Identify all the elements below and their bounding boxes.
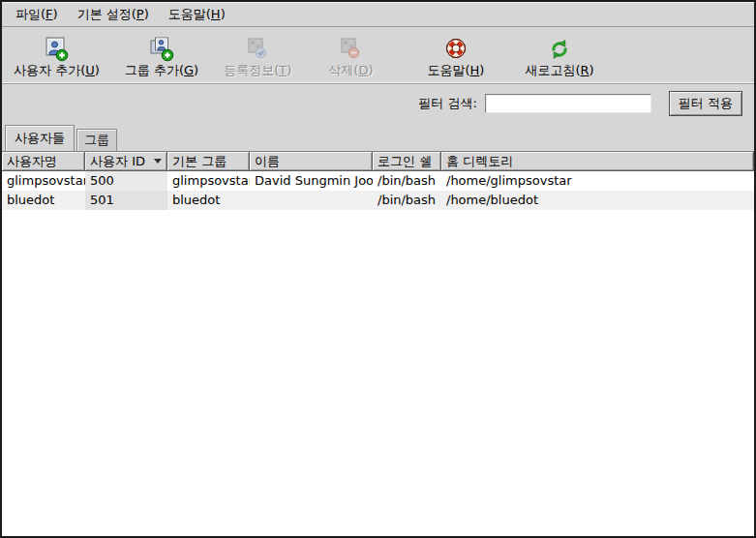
delete-button: 삭제(D) [322,35,378,80]
toolbar: 사용자 추가(U) 그룹 추가(G) [2,27,754,84]
cell-login-shell: /bin/bash [373,171,441,191]
menu-help-label: 도움말( [168,7,211,21]
filter-bar: 필터 검색: 필터 적용 [2,84,754,123]
sort-indicator-icon [154,159,162,164]
column-header-primary-group[interactable]: 기본 그룹 [167,152,250,171]
help-icon [443,36,469,62]
cell-userid: 501 [85,191,167,210]
user-manager-window: 파일(F) 기본 설정(P) 도움말(H) 사용자 추가(U) [0,0,756,538]
properties-label: 등록정보(T) [224,62,291,79]
filter-search-input[interactable] [485,94,651,113]
column-header-fullname[interactable]: 이름 [250,152,373,171]
cell-fullname: David Sungmin Joo [250,171,373,191]
cell-home-directory: /home/glimpsovstar [441,171,754,191]
table-empty-area [2,210,754,536]
apply-filter-button[interactable]: 필터 적용 [669,91,742,116]
cell-userid: 500 [85,171,167,191]
menu-preferences[interactable]: 기본 설정(P) [68,3,159,26]
menu-file-label-post: ) [53,7,58,21]
users-table: 사용자명 사용자 ID 기본 그룹 이름 로그인 쉘 홈 디렉토리 glimps… [2,151,754,536]
menu-preferences-label-post: ) [144,7,149,21]
menu-help-label-post: ) [221,7,226,21]
filter-label: 필터 검색: [418,95,477,112]
refresh-label: 새로고침(R) [525,62,593,79]
add-user-label: 사용자 추가(U) [14,62,100,79]
menu-preferences-mnemonic: P [136,7,144,21]
menu-bar: 파일(F) 기본 설정(P) 도움말(H) [2,2,754,27]
user-add-icon [44,36,69,62]
menu-help-mnemonic: H [211,7,221,21]
delete-icon [338,36,363,62]
table-row-glimpsovstar[interactable]: glimpsovstar 500 glimpsovstar David Sung… [2,171,754,191]
properties-button: 등록정보(T) [218,35,297,80]
properties-icon [245,36,270,62]
cell-primary-group: bluedot [167,191,250,210]
tab-bar: 사용자들 그룹 [2,123,754,151]
table-row-bluedot[interactable]: bluedot 501 bluedot /bin/bash /home/blue… [2,191,754,210]
add-user-button[interactable]: 사용자 추가(U) [8,35,106,80]
cell-login-shell: /bin/bash [373,191,441,210]
cell-home-directory: /home/bluedot [441,191,754,210]
menu-file-mnemonic: F [45,7,52,21]
menu-help[interactable]: 도움말(H) [159,3,235,26]
tab-groups[interactable]: 그룹 [76,129,117,151]
tab-users[interactable]: 사용자들 [5,125,75,151]
cell-fullname [250,191,373,210]
column-header-home-directory[interactable]: 홈 디렉토리 [441,152,754,171]
refresh-icon [547,36,572,62]
refresh-button[interactable]: 새로고침(R) [519,35,599,80]
cell-primary-group: glimpsovstar [167,171,250,191]
group-add-icon [149,36,174,62]
column-header-userid[interactable]: 사용자 ID [85,152,167,171]
help-label: 도움말(H) [427,62,484,79]
add-group-button[interactable]: 그룹 추가(G) [119,35,204,80]
table-header-row: 사용자명 사용자 ID 기본 그룹 이름 로그인 쉘 홈 디렉토리 [2,152,754,171]
help-button[interactable]: 도움말(H) [421,35,490,80]
column-header-login-shell[interactable]: 로그인 쉘 [373,152,441,171]
delete-label: 삭제(D) [328,62,373,79]
cell-username: glimpsovstar [2,171,85,191]
column-header-username[interactable]: 사용자명 [2,152,85,171]
cell-username: bluedot [2,191,85,210]
add-group-label: 그룹 추가(G) [125,62,198,79]
menu-file-label: 파일( [15,7,45,21]
menu-file[interactable]: 파일(F) [6,3,68,26]
menu-preferences-label: 기본 설정( [77,7,136,21]
